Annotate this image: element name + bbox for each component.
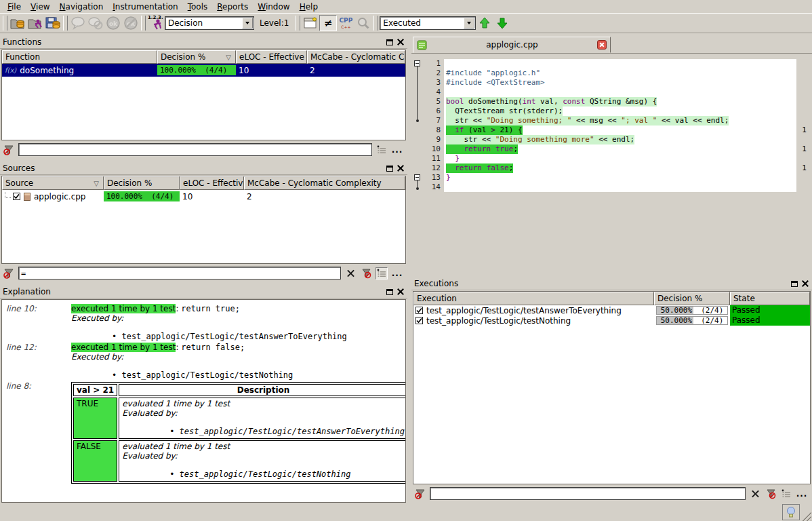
fold-collapse-icon[interactable]: [414, 60, 420, 66]
toolbar-handle[interactable]: [296, 16, 300, 31]
column-header-label: McCabe - Cyclomatic C: [310, 52, 404, 62]
close-panel-icon[interactable]: [397, 288, 405, 296]
close-panel-icon[interactable]: [802, 280, 809, 288]
chevron-down-icon: [467, 22, 471, 26]
filter-more-button[interactable]: ...: [796, 488, 808, 500]
execution-state-combo[interactable]: Executed: [380, 16, 476, 30]
filter-columns-button[interactable]: [375, 144, 388, 156]
filter-columns-button[interactable]: [780, 488, 792, 500]
float-panel-icon[interactable]: [791, 281, 798, 287]
disable-filter-button[interactable]: [360, 267, 372, 279]
checkbox-checked[interactable]: [415, 307, 423, 314]
menu-instrumentation[interactable]: Instrumentation: [108, 1, 182, 12]
search-button[interactable]: [354, 15, 372, 31]
hint-button[interactable]: [782, 504, 800, 520]
toolbar-handle[interactable]: [63, 16, 68, 31]
table-row-execution[interactable]: test_applogic/TestLogic/testNothing50.00…: [413, 315, 810, 326]
functions-filter-input[interactable]: [18, 143, 372, 156]
column-header-label: McCabe - Cyclomatic Complexity: [247, 178, 382, 188]
combo-dropdown-button[interactable]: [242, 18, 253, 28]
tab-applogic-cpp[interactable]: applogic.cpp: [413, 37, 611, 53]
coverage-level-combo[interactable]: Decision: [165, 16, 254, 30]
previous-execution-button[interactable]: [476, 15, 493, 31]
combo-dropdown-button[interactable]: [464, 18, 474, 28]
close-panel-icon[interactable]: [397, 165, 405, 172]
show-source-button[interactable]: CPP C++: [337, 15, 354, 31]
next-execution-button[interactable]: [493, 15, 511, 31]
line-number: 10: [425, 144, 444, 154]
execution-count: [796, 135, 812, 144]
column-header-decision-[interactable]: Decision %: [104, 176, 180, 190]
fold-end-dot: [416, 187, 419, 190]
remove-comment-button[interactable]: [87, 15, 104, 31]
column-header-state[interactable]: State: [730, 292, 810, 305]
code-line: 11 }: [411, 154, 812, 163]
clear-filter-button[interactable]: [344, 267, 357, 279]
line-number: 13: [425, 173, 444, 182]
menu-help[interactable]: Help: [295, 1, 323, 12]
column-header-decision-[interactable]: Decision %: [654, 292, 730, 305]
column-header-execution[interactable]: Execution: [413, 292, 654, 305]
execution-name-cell: test_applogic/TestLogic/testAnswerToEver…: [413, 306, 654, 315]
clear-filter-button[interactable]: [749, 488, 761, 500]
validate-button[interactable]: ok: [104, 15, 122, 31]
menu-navigation[interactable]: Navigation: [55, 1, 108, 12]
column-header-mccabe-cyclomatic-complexity[interactable]: McCabe - Cyclomatic Complexity: [244, 176, 405, 190]
menu-reports[interactable]: Reports: [212, 1, 253, 12]
coverage-method-button[interactable]: 1.2.3.: [147, 15, 165, 31]
column-header-source[interactable]: Source▽: [2, 176, 104, 190]
float-panel-icon[interactable]: [386, 166, 393, 172]
save-database-button[interactable]: [44, 15, 62, 31]
column-header-eloc-effective[interactable]: eLOC - Effective: [236, 50, 307, 64]
menu-bar: FileViewNavigationInstrumentationToolsRe…: [0, 0, 812, 13]
filter-off-icon: [414, 488, 426, 500]
table-row-execution[interactable]: test_applogic/TestLogic/testAnswerToEver…: [413, 305, 810, 315]
description-header-cell: Description: [119, 384, 406, 396]
filter-columns-button[interactable]: [375, 267, 388, 279]
source-name: applogic.cpp: [34, 192, 85, 201]
column-header-label: Execution: [417, 294, 457, 303]
show-differences-button[interactable]: ≠: [319, 15, 337, 31]
code-line: 9 str << "Doing something more" << endl;: [411, 135, 812, 144]
toolbar-handle[interactable]: [373, 16, 378, 31]
executions-filter-input[interactable]: [430, 487, 746, 500]
disable-filter-button[interactable]: [765, 488, 777, 500]
filter-more-button[interactable]: ...: [391, 144, 403, 156]
menu-tools[interactable]: Tools: [183, 1, 213, 12]
add-comment-button[interactable]: [69, 15, 87, 31]
toolbar-handle[interactable]: [3, 16, 7, 31]
explanation-panel-title: Explanation: [3, 287, 386, 296]
new-window-button[interactable]: [302, 15, 319, 31]
code-text: }: [444, 173, 796, 182]
float-panel-icon[interactable]: [386, 39, 393, 45]
checkbox-checked[interactable]: [415, 317, 423, 324]
fold-gutter-cell: [411, 135, 425, 144]
menu-view[interactable]: View: [26, 1, 54, 12]
column-header-mccabe-cyclomatic-c[interactable]: McCabe - Cyclomatic C: [307, 50, 405, 64]
filter-more-button[interactable]: ...: [391, 267, 403, 279]
menu-file[interactable]: File: [3, 1, 26, 12]
open-database-button[interactable]: [9, 15, 26, 31]
code-line: 8 if (val > 21) {1: [411, 126, 812, 135]
code-text: [444, 59, 796, 69]
invalidate-button[interactable]: ok: [122, 15, 140, 31]
column-header-function[interactable]: Function: [2, 50, 157, 64]
table-row-function[interactable]: f(x)doSomething100.000% (4/4)102: [2, 64, 405, 77]
column-header-eloc-effective[interactable]: eLOC - Effective: [180, 176, 244, 190]
sources-filter-input[interactable]: [18, 267, 341, 279]
save-database-icon: [45, 16, 61, 31]
test-name: • test_applogic/TestLogic/testAnswerToEv…: [112, 332, 347, 341]
menu-window[interactable]: Window: [253, 1, 294, 12]
open-execution-folder-button[interactable]: [26, 15, 44, 31]
close-panel-icon[interactable]: [397, 39, 405, 46]
checkbox-checked[interactable]: [13, 193, 20, 200]
float-panel-icon[interactable]: [386, 289, 393, 295]
close-tab-icon[interactable]: [597, 40, 607, 50]
resize-grip[interactable]: [801, 511, 811, 521]
functions-panel: Functions FunctionDecision %▽eLOC - Effe…: [0, 36, 407, 159]
filter-off-icon: [3, 144, 15, 156]
fold-collapse-icon[interactable]: [414, 174, 420, 180]
column-header-decision-[interactable]: Decision %▽: [157, 50, 236, 64]
table-row-source[interactable]: applogic.cpp100.000% (4/4)102: [2, 190, 405, 203]
toolbar-handle[interactable]: [141, 16, 146, 31]
